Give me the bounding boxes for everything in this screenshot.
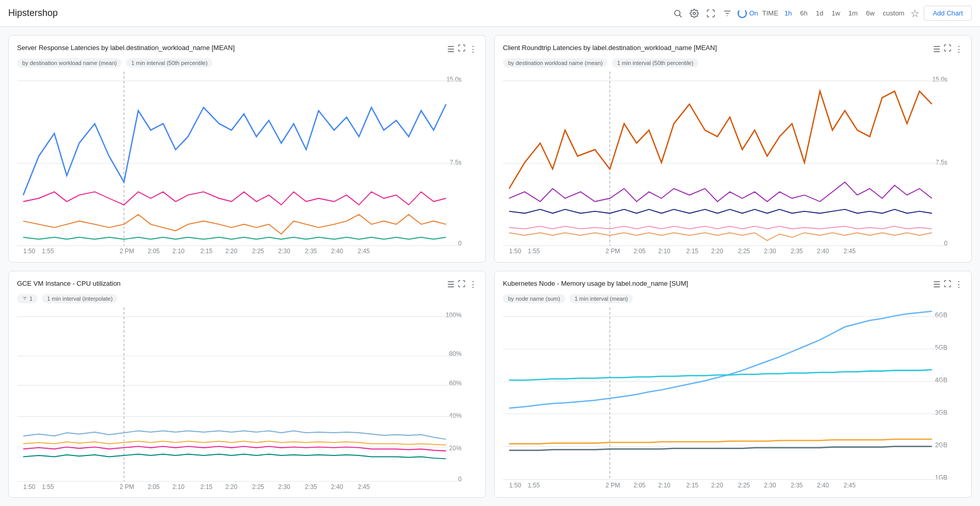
more-icon-4[interactable]: ⋮ [955,280,963,289]
chart-cpu-utilization: GCE VM Instance - CPU utilization ☰ ⋮ 1 … [8,271,486,498]
chart-server-response: Server Response Latencies by label.desti… [8,35,486,263]
chart-actions-4: ☰ ⋮ [933,280,963,290]
chart-title-1: Server Response Latencies by label.desti… [17,44,447,52]
chart-actions-2: ☰ ⋮ [933,44,963,54]
time-option-1w[interactable]: 1w [829,8,842,18]
chart-tags-1: by destination workload name (mean) 1 mi… [17,58,477,68]
svg-text:1:55: 1:55 [42,248,54,253]
legend-icon-1[interactable]: ☰ [447,44,454,54]
chart-title-2: Client Roundtrip Latencies by label.dest… [503,44,933,52]
svg-text:2:35: 2:35 [305,483,317,489]
chart-svg-1: 15.0s 7.5s 0 1:50 1:55 2 [17,72,477,254]
time-label: TIME [762,9,778,17]
chart-header-4: Kubernetes Node - Memory usage by label.… [503,280,963,290]
expand-icon-1[interactable] [458,44,466,54]
svg-text:0: 0 [944,240,948,247]
chart-tag-1a: by destination workload name (mean) [17,58,122,68]
svg-text:15.0s: 15.0s [446,76,461,83]
svg-point-2 [693,12,696,14]
svg-text:1:50: 1:50 [509,481,521,488]
live-spin-icon [738,9,747,18]
chart-tag-4a: by node name (sum) [503,294,565,303]
svg-text:2:45: 2:45 [358,483,370,489]
svg-text:2:35: 2:35 [791,481,803,488]
filter-icon[interactable] [721,7,733,20]
svg-text:2:15: 2:15 [201,248,213,253]
live-button[interactable]: On [738,9,758,18]
search-icon[interactable] [672,7,684,20]
svg-text:2:30: 2:30 [278,483,290,489]
more-icon-1[interactable]: ⋮ [469,44,477,54]
svg-text:2:05: 2:05 [148,483,160,489]
chart-area-2: 15.0s 7.5s 0 1:50 [503,72,963,254]
svg-text:2:10: 2:10 [658,481,671,488]
chart-tag-3a: 1 [17,294,38,303]
svg-text:2:35: 2:35 [791,248,803,253]
svg-text:100%: 100% [446,311,462,318]
time-option-6w[interactable]: 6w [864,8,877,18]
svg-text:80%: 80% [449,350,462,357]
svg-text:7.5s: 7.5s [936,159,948,166]
time-option-6h[interactable]: 6h [798,8,809,18]
svg-text:6GB: 6GB [935,311,948,318]
svg-text:2:10: 2:10 [658,248,671,253]
svg-text:0: 0 [458,476,462,483]
svg-text:2:25: 2:25 [738,248,750,253]
svg-text:20%: 20% [449,444,462,451]
header-icons: On TIME 1h 6h 1d 1w 1m 6w custom ☆ Add C… [672,6,972,21]
fullscreen-icon[interactable] [705,7,717,20]
more-icon-2[interactable]: ⋮ [955,44,963,54]
svg-text:1:50: 1:50 [23,248,36,253]
expand-icon-4[interactable] [943,280,952,290]
chart-area-1: 15.0s 7.5s 0 1:50 1:55 2 [17,72,477,254]
chart-memory-usage: Kubernetes Node - Memory usage by label.… [494,271,972,498]
svg-text:1:55: 1:55 [528,248,540,253]
expand-icon-3[interactable] [458,280,466,290]
svg-text:4GB: 4GB [935,376,948,383]
svg-text:2:05: 2:05 [633,481,646,488]
add-chart-button[interactable]: Add Chart [924,6,972,21]
time-option-1h[interactable]: 1h [782,8,794,18]
time-option-custom[interactable]: custom [881,8,907,18]
star-icon[interactable]: ☆ [910,7,920,20]
svg-text:2:45: 2:45 [844,481,856,488]
legend-icon-3[interactable]: ☰ [447,280,454,289]
chart-tags-3: 1 1 min interval (interpolate) [17,294,477,303]
svg-text:2:40: 2:40 [331,248,344,253]
svg-text:3GB: 3GB [935,409,948,416]
svg-text:2:35: 2:35 [305,248,317,253]
svg-text:2:20: 2:20 [225,248,238,253]
time-option-1d[interactable]: 1d [814,8,825,18]
svg-text:2:10: 2:10 [172,248,185,253]
svg-text:1:55: 1:55 [42,483,54,489]
chart-header-2: Client Roundtrip Latencies by label.dest… [503,44,963,54]
svg-point-0 [675,10,680,16]
svg-text:2 PM: 2 PM [120,483,134,489]
expand-icon-2[interactable] [943,44,952,54]
chart-client-roundtrip: Client Roundtrip Latencies by label.dest… [494,35,972,263]
svg-text:2:25: 2:25 [252,483,265,489]
svg-text:2:15: 2:15 [201,483,213,489]
time-option-1m[interactable]: 1m [846,8,860,18]
chart-area-4: 6GB 5GB 4GB 3GB 2GB 1GB [503,307,963,489]
app-title: Hipstershop [8,8,665,19]
header: Hipstershop On TIME 1h 6h 1d 1w 1m 6w cu… [0,0,980,27]
chart-tag-2b: 1 min interval (50th percentile) [612,58,698,68]
svg-text:2:40: 2:40 [817,248,829,253]
chart-tags-2: by destination workload name (mean) 1 mi… [503,58,963,68]
chart-actions-1: ☰ ⋮ [447,44,477,54]
settings-icon[interactable] [688,7,700,20]
svg-text:5GB: 5GB [935,344,948,351]
svg-text:2 PM: 2 PM [606,481,620,488]
legend-icon-4[interactable]: ☰ [933,280,940,289]
svg-text:1:50: 1:50 [509,248,521,253]
chart-tags-4: by node name (sum) 1 min interval (mean) [503,294,963,303]
chart-svg-4: 6GB 5GB 4GB 3GB 2GB 1GB [503,307,963,489]
chart-area-3: 100% 80% 60% 40% 20% 0 [17,307,477,489]
legend-icon-2[interactable]: ☰ [933,44,940,54]
svg-text:15.0s: 15.0s [932,76,947,83]
more-icon-3[interactable]: ⋮ [469,280,477,289]
svg-text:2:20: 2:20 [711,248,724,253]
dashboard: Server Response Latencies by label.desti… [0,27,980,506]
chart-actions-3: ☰ ⋮ [447,280,477,290]
